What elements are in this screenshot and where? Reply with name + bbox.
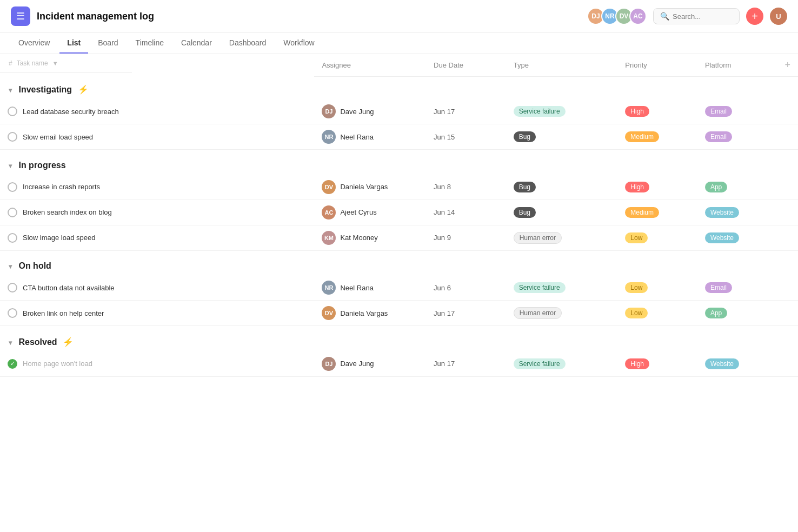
search-icon: 🔍	[660, 12, 669, 21]
due-date-cell: Jun 17	[426, 301, 506, 326]
type-badge: Human error	[514, 232, 562, 244]
type-cell: Bug	[506, 124, 618, 150]
table-row[interactable]: Broken link on help center DV Daniela Va…	[0, 301, 798, 326]
platform-cell: Website	[697, 200, 777, 225]
col-platform: Platform	[697, 54, 777, 77]
assignee-name: Dave Jung	[340, 108, 374, 116]
tab-workflow[interactable]: Workflow	[276, 33, 322, 54]
type-badge: Service failure	[514, 358, 566, 369]
task-checkbox[interactable]	[8, 132, 17, 142]
search-bar[interactable]: 🔍	[653, 8, 740, 24]
row-action-cell	[777, 275, 798, 301]
task-cell-3-0: Home page won't load	[0, 351, 314, 377]
table-row[interactable]: Home page won't load DJ Dave Jung Jun 17…	[0, 351, 798, 377]
platform-cell: Email	[697, 124, 777, 150]
assignee-cell-2-1: DV Daniela Vargas	[314, 301, 426, 326]
task-checkbox[interactable]	[8, 233, 17, 243]
platform-badge: Website	[705, 358, 739, 369]
group-header-cell[interactable]: ▾ In progress	[0, 153, 798, 175]
group-header-cell[interactable]: ▾ On hold	[0, 254, 798, 275]
assignee-cell-2-0: NR Neel Rana	[314, 275, 426, 301]
task-checkbox[interactable]	[8, 107, 17, 116]
group-header-cell[interactable]: ▾ Investigating ⚡	[0, 77, 798, 99]
assignee-avatar: NR	[322, 130, 336, 144]
task-name: Home page won't load	[23, 360, 92, 368]
assignee-cell-0-0: DJ Dave Jung	[314, 99, 426, 124]
assignee-name: Neel Rana	[340, 133, 373, 141]
assignee-avatar: DJ	[322, 357, 336, 371]
add-button[interactable]: +	[746, 8, 763, 25]
table-row[interactable]: Lead database security breach DJ Dave Ju…	[0, 99, 798, 124]
table-row[interactable]: Slow image load speed KM Kat Mooney Jun …	[0, 225, 798, 250]
task-name: CTA button data not available	[23, 284, 115, 292]
tab-calendar[interactable]: Calendar	[174, 33, 220, 54]
user-avatar: U	[770, 8, 787, 25]
priority-badge: High	[625, 182, 649, 192]
task-cell-1-1: Broken search index on blog	[0, 200, 314, 225]
group-header-0[interactable]: ▾ Investigating ⚡	[0, 77, 798, 99]
group-header-3[interactable]: ▾ Resolved ⚡	[0, 329, 798, 351]
tab-dashboard[interactable]: Dashboard	[222, 33, 274, 54]
task-cell-0-0: Lead database security breach	[0, 99, 314, 124]
col-priority: Priority	[617, 54, 697, 77]
tab-overview[interactable]: Overview	[11, 33, 57, 54]
due-date-cell: Jun 6	[426, 275, 506, 301]
platform-cell: Website	[697, 225, 777, 250]
due-date-cell: Jun 8	[426, 175, 506, 200]
tab-timeline[interactable]: Timeline	[128, 33, 171, 54]
tab-list[interactable]: List	[59, 33, 88, 54]
due-date-cell: Jun 14	[426, 200, 506, 225]
search-input[interactable]	[673, 12, 733, 21]
type-cell: Human error	[506, 225, 618, 250]
priority-cell: Low	[617, 225, 697, 250]
platform-badge: App	[705, 182, 727, 192]
header-right: DJ NR DV AC 🔍 + U	[587, 8, 787, 25]
priority-badge: Low	[625, 282, 648, 293]
platform-badge: Website	[705, 207, 739, 218]
team-avatars: DJ NR DV AC	[587, 8, 647, 25]
task-checkbox[interactable]	[8, 308, 17, 318]
type-badge: Service failure	[514, 106, 566, 117]
table-row[interactable]: Increase in crash reports DV Daniela Var…	[0, 175, 798, 200]
priority-badge: High	[625, 358, 649, 369]
group-header-1[interactable]: ▾ In progress	[0, 153, 798, 175]
priority-cell: Medium	[617, 124, 697, 150]
task-cell-2-0: CTA button data not available	[0, 275, 314, 301]
task-checkbox[interactable]	[8, 283, 17, 292]
app-title: Incident management log	[37, 11, 581, 22]
tab-board[interactable]: Board	[90, 33, 125, 54]
assignee-cell-1-2: KM Kat Mooney	[314, 225, 426, 250]
priority-cell: Medium	[617, 200, 697, 225]
task-checkbox[interactable]	[8, 208, 17, 217]
row-action-cell	[777, 301, 798, 326]
platform-badge: Email	[705, 282, 732, 293]
priority-badge: Low	[625, 232, 648, 243]
type-badge: Human error	[514, 307, 562, 319]
group-name: In progress	[18, 161, 65, 170]
table-row[interactable]: CTA button data not available NR Neel Ra…	[0, 275, 798, 301]
priority-badge: High	[625, 106, 649, 117]
group-header-2[interactable]: ▾ On hold	[0, 254, 798, 275]
assignee-avatar: DV	[322, 180, 336, 194]
task-checkbox[interactable]	[8, 359, 17, 369]
platform-badge: App	[705, 308, 727, 318]
table-container: # Task name ▼ Assignee Due Date Type Pri…	[0, 54, 798, 380]
type-cell: Service failure	[506, 99, 618, 124]
add-column-button[interactable]: +	[784, 59, 790, 71]
group-name: Resolved	[18, 337, 57, 347]
priority-badge: Medium	[625, 131, 659, 142]
menu-icon: ☰	[16, 10, 25, 22]
group-header-cell[interactable]: ▾ Resolved ⚡	[0, 329, 798, 351]
assignee-cell-3-0: DJ Dave Jung	[314, 351, 426, 377]
row-action-cell	[777, 175, 798, 200]
assignee-avatar: AC	[322, 205, 336, 220]
col-task-sort-icon[interactable]: ▼	[52, 60, 58, 66]
table-row[interactable]: Slow email load speed NR Neel Rana Jun 1…	[0, 124, 798, 150]
table-row[interactable]: Broken search index on blog AC Ajeet Cyr…	[0, 200, 798, 225]
task-name: Slow image load speed	[23, 234, 95, 242]
task-checkbox[interactable]	[8, 182, 17, 192]
platform-cell: Website	[697, 351, 777, 377]
row-action-cell	[777, 124, 798, 150]
due-date-cell: Jun 15	[426, 124, 506, 150]
type-cell: Service failure	[506, 351, 618, 377]
